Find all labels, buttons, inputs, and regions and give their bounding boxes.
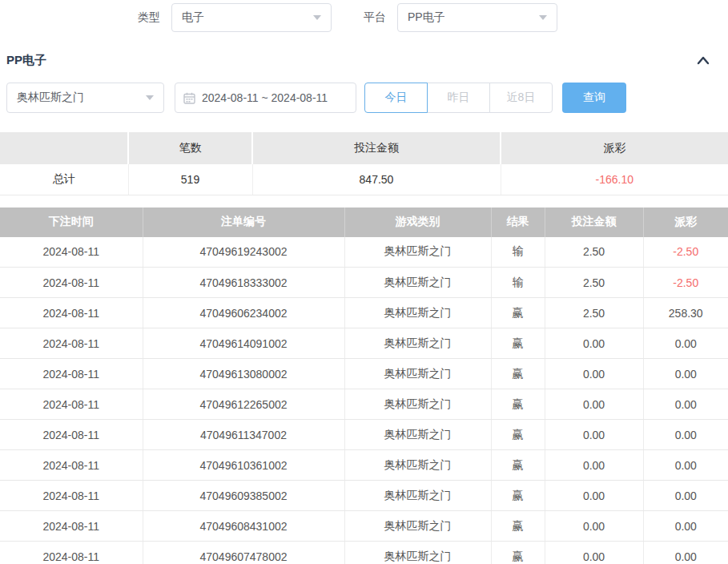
table-row: 2024-08-1147049613080002奥林匹斯之门赢0.000.00 — [0, 359, 728, 389]
table-row: 2024-08-1147049607478002奥林匹斯之门赢0.000.00 — [0, 542, 728, 564]
date-range-input[interactable]: 2024-08-11 ~ 2024-08-11 — [175, 83, 356, 113]
column-header-payout: 派彩 — [643, 207, 728, 237]
type-select[interactable]: 电子 — [171, 3, 332, 32]
today-button[interactable]: 今日 — [364, 83, 428, 113]
cell-game-type: 奥林匹斯之门 — [344, 511, 491, 542]
cell-bet-time: 2024-08-11 — [0, 389, 143, 420]
cell-game-type: 奥林匹斯之门 — [344, 450, 491, 481]
cell-order-id: 47049607478002 — [143, 542, 344, 564]
column-header-bet-time: 下注时间 — [0, 207, 143, 237]
cell-payout: 0.00 — [643, 511, 728, 542]
table-row: 2024-08-1147049608431002奥林匹斯之门赢0.000.00 — [0, 511, 728, 542]
cell-payout: 258.30 — [643, 298, 728, 328]
cell-order-id: 47049610361002 — [143, 450, 344, 481]
cell-bet-time: 2024-08-11 — [0, 328, 143, 359]
column-header-game-type: 游戏类别 — [344, 207, 491, 237]
yesterday-button[interactable]: 昨日 — [427, 83, 490, 113]
platform-label: 平台 — [364, 10, 386, 25]
chevron-down-icon — [146, 95, 154, 100]
chevron-down-icon — [539, 15, 547, 20]
summary-total-label: 总计 — [0, 164, 128, 195]
type-select-value: 电子 — [182, 10, 204, 25]
cell-order-id: 47049611347002 — [143, 420, 344, 450]
column-header-result: 结果 — [491, 207, 545, 237]
cell-bet-time: 2024-08-11 — [0, 420, 143, 450]
cell-order-id: 47049614091002 — [143, 328, 344, 359]
search-button[interactable]: 查询 — [562, 83, 626, 113]
cell-bet-amount: 0.00 — [545, 481, 643, 511]
cell-bet-amount: 2.50 — [545, 268, 643, 298]
cell-bet-time: 2024-08-11 — [0, 268, 143, 298]
cell-result: 赢 — [491, 389, 545, 420]
records-table: 下注时间注单编号游戏类别结果投注金额派彩 2024-08-11470496192… — [0, 207, 728, 564]
platform-select[interactable]: PP电子 — [397, 3, 557, 32]
cell-bet-amount: 0.00 — [545, 359, 643, 389]
chevron-up-icon[interactable] — [696, 54, 710, 66]
last-8-days-button[interactable]: 近8日 — [489, 83, 553, 113]
cell-bet-time: 2024-08-11 — [0, 481, 143, 511]
column-header-bet-amount: 投注金额 — [545, 207, 643, 237]
cell-order-id: 47049608431002 — [143, 511, 344, 542]
quick-range-button-group: 今日 昨日 近8日 — [364, 83, 553, 113]
cell-game-type: 奥林匹斯之门 — [344, 328, 491, 359]
table-row: 2024-08-1147049619243002奥林匹斯之门输2.50-2.50 — [0, 237, 728, 268]
cell-payout: 0.00 — [643, 389, 728, 420]
game-select-value: 奥林匹斯之门 — [17, 91, 84, 105]
cell-order-id: 47049609385002 — [143, 481, 344, 511]
table-row: 2024-08-1147049618333002奥林匹斯之门输2.50-2.50 — [0, 268, 728, 298]
cell-game-type: 奥林匹斯之门 — [344, 420, 491, 450]
cell-bet-amount: 0.00 — [545, 420, 643, 450]
cell-payout: 0.00 — [643, 450, 728, 481]
cell-result: 赢 — [491, 450, 545, 481]
cell-bet-amount: 2.50 — [545, 298, 643, 328]
column-header-order-id: 注单编号 — [143, 207, 344, 237]
cell-result: 赢 — [491, 328, 545, 359]
summary-header-count: 笔数 — [128, 132, 252, 164]
summary-header-payout: 派彩 — [501, 132, 728, 164]
cell-game-type: 奥林匹斯之门 — [344, 359, 491, 389]
cell-bet-amount: 0.00 — [545, 450, 643, 481]
records-header-row: 下注时间注单编号游戏类别结果投注金额派彩 — [0, 207, 728, 237]
cell-result: 赢 — [491, 481, 545, 511]
cell-game-type: 奥林匹斯之门 — [344, 542, 491, 564]
game-select[interactable]: 奥林匹斯之门 — [6, 83, 164, 113]
bet-records-page: 类型 电子 平台 PP电子 PP电子 奥林匹斯之门 2024-08-11 ~ 2… — [0, 0, 728, 564]
cell-result: 赢 — [491, 542, 545, 564]
cell-payout: 0.00 — [643, 420, 728, 450]
cell-result: 赢 — [491, 359, 545, 389]
date-range-value: 2024-08-11 ~ 2024-08-11 — [202, 91, 328, 104]
query-bar: 奥林匹斯之门 2024-08-11 ~ 2024-08-11 今日 昨日 近8日… — [0, 83, 728, 113]
section-header: PP电子 — [0, 52, 728, 68]
cell-payout: -2.50 — [643, 237, 728, 268]
cell-payout: 0.00 — [643, 481, 728, 511]
cell-bet-amount: 2.50 — [545, 237, 643, 268]
cell-payout: 0.00 — [643, 328, 728, 359]
cell-payout: 0.00 — [643, 542, 728, 564]
cell-bet-time: 2024-08-11 — [0, 542, 143, 564]
calendar-icon — [183, 92, 195, 104]
cell-bet-amount: 0.00 — [545, 389, 643, 420]
cell-payout: -2.50 — [643, 268, 728, 298]
summary-bet-amount-value: 847.50 — [252, 164, 501, 195]
cell-result: 赢 — [491, 420, 545, 450]
cell-order-id: 47049618333002 — [143, 268, 344, 298]
records-tbody: 2024-08-1147049619243002奥林匹斯之门输2.50-2.50… — [0, 237, 728, 564]
summary-table: 笔数 投注金额 派彩 总计 519 847.50 -166.10 — [0, 132, 728, 195]
table-row: 2024-08-1147049610361002奥林匹斯之门赢0.000.00 — [0, 450, 728, 481]
section-title: PP电子 — [6, 53, 46, 68]
table-row: 2024-08-1147049606234002奥林匹斯之门赢2.50258.3… — [0, 298, 728, 328]
cell-game-type: 奥林匹斯之门 — [344, 298, 491, 328]
cell-bet-amount: 0.00 — [545, 511, 643, 542]
cell-bet-time: 2024-08-11 — [0, 237, 143, 268]
summary-payout-value: -166.10 — [501, 164, 728, 195]
summary-total-row: 总计 519 847.50 -166.10 — [0, 164, 728, 195]
cell-result: 输 — [491, 237, 545, 268]
summary-header-row: 笔数 投注金额 派彩 — [0, 132, 728, 164]
table-row: 2024-08-1147049614091002奥林匹斯之门赢0.000.00 — [0, 328, 728, 359]
chevron-down-icon — [313, 15, 321, 20]
platform-select-value: PP电子 — [408, 10, 445, 25]
summary-header-bet-amount: 投注金额 — [252, 132, 501, 164]
summary-count-value: 519 — [128, 164, 252, 195]
cell-game-type: 奥林匹斯之门 — [344, 389, 491, 420]
cell-game-type: 奥林匹斯之门 — [344, 237, 491, 268]
